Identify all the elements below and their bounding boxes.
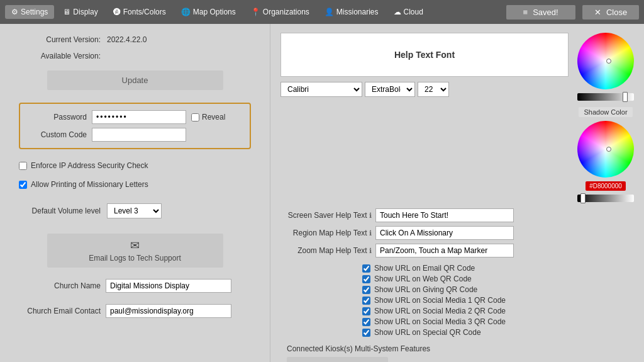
nav-cloud[interactable]: ☁ Cloud <box>387 5 430 19</box>
help-text-preview: Help Text Font <box>280 33 569 77</box>
screen-saver-label: Screen Saver Help Text ℹ <box>280 211 372 220</box>
qr-checkbox-2[interactable] <box>362 286 370 294</box>
reveal-label: Reveal <box>202 113 225 122</box>
help-fields-section: Screen Saver Help Text ℹ Region Map Help… <box>280 208 634 257</box>
church-name-row: Church Name <box>19 279 251 293</box>
current-version-value: 2022.4.22.0 <box>107 35 147 44</box>
color-wheel-primary[interactable] <box>577 33 634 89</box>
shadow-wheel-dot <box>606 147 611 152</box>
enforce-ip-checkbox[interactable] <box>19 162 27 170</box>
password-input[interactable] <box>92 110 186 124</box>
qr-checkbox-5[interactable] <box>362 318 370 326</box>
color-wheel-dot <box>606 59 611 64</box>
church-name-label: Church Name <box>19 281 101 290</box>
help-text-section: Help Text Font Arial Calibri Times New R… <box>280 33 634 202</box>
font-size-select[interactable]: 16 18 20 22 24 <box>418 82 449 97</box>
qr-checkbox-row-0: Show URL on Email QR Code <box>362 264 634 273</box>
shadow-thumb <box>580 193 586 203</box>
color-brightness-slider[interactable] <box>577 93 634 101</box>
zoom-map-info-icon: ℹ <box>369 247 372 254</box>
org-icon: 📍 <box>251 8 260 16</box>
allow-print-row: Allow Printing of Missionary Letters <box>19 180 251 189</box>
shadow-brightness-slider[interactable] <box>577 195 634 202</box>
church-email-input[interactable] <box>106 304 231 318</box>
current-version-row: Current Version: 2022.4.22.0 <box>19 35 251 44</box>
church-name-input[interactable] <box>106 279 231 293</box>
allow-print-label: Allow Printing of Missionary Letters <box>31 180 148 189</box>
qr-checkbox-row-2: Show URL on Giving QR Code <box>362 285 634 294</box>
screen-saver-input[interactable] <box>375 208 514 222</box>
screen-saver-info-icon: ℹ <box>369 212 372 219</box>
church-email-label: Church Email Contact <box>19 307 101 315</box>
volume-select[interactable]: Level 1 Level 2 Level 3 Level 4 Level 5 <box>107 203 162 218</box>
qr-checkbox-0[interactable] <box>362 264 370 273</box>
current-version-label: Current Version: <box>19 35 101 44</box>
custom-code-input[interactable] <box>92 128 186 142</box>
custom-code-row: Custom Code <box>30 128 240 142</box>
qr-checkbox-label-6: Show URL on Special QR Code <box>374 328 481 337</box>
font-controls: Arial Calibri Times New Roman Verdana Re… <box>280 82 569 97</box>
qr-checkbox-6[interactable] <box>362 329 370 337</box>
qr-checkbox-label-1: Show URL on Web QR Code <box>374 274 472 283</box>
custom-code-label: Custom Code <box>30 130 87 139</box>
region-map-info-icon: ℹ <box>369 229 372 237</box>
close-icon: ✕ <box>594 8 601 17</box>
qr-checkbox-row-1: Show URL on Web QR Code <box>362 274 634 283</box>
qr-checkbox-label-0: Show URL on Email QR Code <box>374 264 475 273</box>
email-icon: ✉ <box>130 239 140 252</box>
left-panel: Current Version: 2022.4.22.0 Available V… <box>0 24 270 362</box>
cloud-icon: ☁ <box>394 8 401 16</box>
qr-checkbox-row-4: Show URL on Social Media 2 QR Code <box>362 307 634 315</box>
qr-checkbox-row-3: Show URL on Social Media 1 QR Code <box>362 296 634 305</box>
nav-map-options[interactable]: 🌐 Map Options <box>175 5 242 19</box>
region-map-row: Region Map Help Text ℹ <box>280 226 634 240</box>
right-panel: Help Text Font Arial Calibri Times New R… <box>270 24 644 362</box>
enforce-ip-label: Enforce IP Address Security Check <box>31 161 148 170</box>
available-version-label: Available Version: <box>19 52 101 60</box>
nav-organizations[interactable]: 📍 Organizations <box>245 5 316 19</box>
save-lines-icon: ≡ <box>523 8 528 17</box>
kiosk-title: Connected Kiosk(s) Multi-System Features <box>287 344 634 353</box>
region-map-input[interactable] <box>375 226 514 240</box>
email-logs-button[interactable]: ✉ Email Logs to Tech Support <box>47 234 223 268</box>
volume-row: Default Volume level Level 1 Level 2 Lev… <box>19 203 251 218</box>
update-button[interactable]: Update <box>47 71 223 90</box>
close-button[interactable]: ✕ Close <box>582 5 639 20</box>
reveal-row: Reveal <box>191 113 225 122</box>
push-update-row: Push Update to Kiosk(s) Last Run on: <box>287 357 634 362</box>
zoom-map-input[interactable] <box>375 244 514 257</box>
reveal-checkbox[interactable] <box>191 113 199 122</box>
available-version-row: Available Version: <box>19 52 251 60</box>
enforce-ip-row: Enforce IP Address Security Check <box>19 161 251 170</box>
nav-display[interactable]: 🖥 Display <box>57 5 104 19</box>
qr-checkbox-4[interactable] <box>362 307 370 315</box>
main-content: Current Version: 2022.4.22.0 Available V… <box>0 24 644 362</box>
fonts-icon: 🅐 <box>113 8 121 16</box>
saved-indicator: ≡ Saved! <box>506 5 575 20</box>
push-update-button[interactable]: Push Update to Kiosk(s) <box>287 357 388 362</box>
qr-checkbox-label-4: Show URL on Social Media 2 QR Code <box>374 307 506 315</box>
color-wheel-shadow[interactable] <box>577 121 634 178</box>
missionaries-icon: 👤 <box>325 8 334 16</box>
nav-missionaries[interactable]: 👤 Missionaries <box>318 5 385 19</box>
qr-checkbox-label-5: Show URL on Social Media 3 QR Code <box>374 317 506 326</box>
settings-icon: ⚙ <box>11 8 18 16</box>
password-label: Password <box>30 113 87 122</box>
qr-checkbox-label-3: Show URL on Social Media 1 QR Code <box>374 296 506 305</box>
hex-value-display: #D8000000 <box>586 181 626 191</box>
allow-print-checkbox[interactable] <box>19 181 27 189</box>
nav-settings[interactable]: ⚙ Settings <box>5 5 54 19</box>
qr-checkbox-label-2: Show URL on Giving QR Code <box>374 285 477 294</box>
font-style-select[interactable]: Regular Bold ExtraBold Italic <box>365 82 415 97</box>
qr-checkbox-row-5: Show URL on Social Media 3 QR Code <box>362 317 634 326</box>
kiosk-section: Connected Kiosk(s) Multi-System Features… <box>280 344 634 362</box>
qr-checkbox-3[interactable] <box>362 297 370 305</box>
qr-checkbox-1[interactable] <box>362 275 370 283</box>
password-row: Password Reveal <box>30 110 240 124</box>
qr-checkbox-row-6: Show URL on Special QR Code <box>362 328 634 337</box>
nav-fonts-colors[interactable]: 🅐 Fonts/Colors <box>107 5 172 19</box>
screen-saver-row: Screen Saver Help Text ℹ <box>280 208 634 222</box>
font-name-select[interactable]: Arial Calibri Times New Roman Verdana <box>280 82 362 97</box>
display-icon: 🖥 <box>63 8 70 16</box>
color-section: Shadow Color #D8000000 <box>577 33 634 202</box>
